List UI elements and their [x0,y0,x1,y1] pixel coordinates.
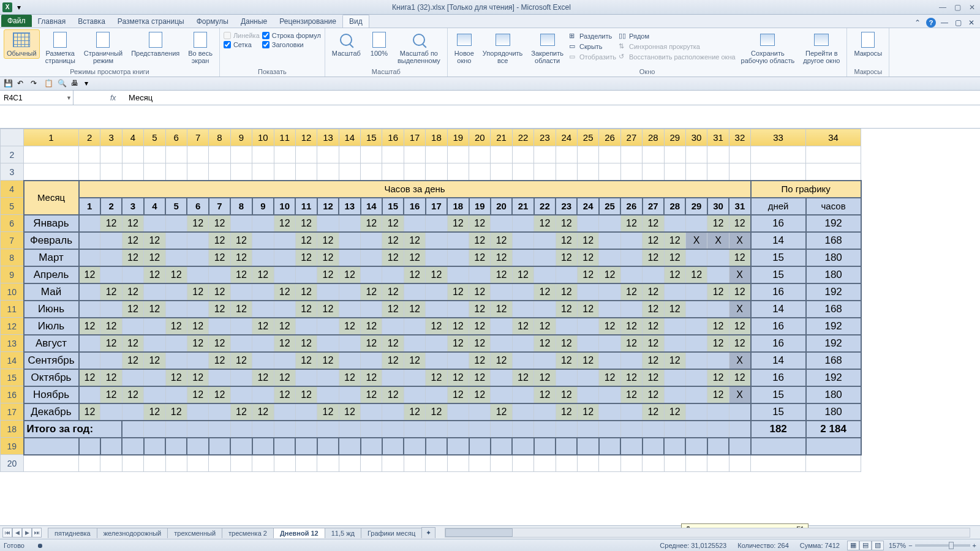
cell-day-value[interactable] [577,369,598,386]
cell-day-value[interactable] [426,386,447,403]
cell-day-value[interactable]: 12 [620,369,642,386]
cell-day-value[interactable] [79,335,100,352]
header-day[interactable]: 21 [512,198,533,215]
col-header[interactable]: 11 [274,129,295,146]
cell-day-value[interactable]: 12 [469,352,491,369]
name-box[interactable]: R4C1▼ [0,91,74,105]
cell-days-sum[interactable]: 14 [751,232,806,249]
cell-day-value[interactable] [317,318,339,335]
cell-day-value[interactable] [252,301,274,318]
cell-day-value[interactable] [100,403,122,421]
cell-day-value[interactable]: 12 [447,283,469,301]
row-header[interactable]: 19 [1,438,24,455]
cell[interactable] [404,438,425,455]
cell[interactable] [806,146,861,163]
cell-day-value[interactable]: 12 [144,352,165,369]
cell-day-value[interactable] [252,283,274,301]
cell-day-value[interactable] [361,403,382,421]
cell-day-value[interactable]: 12 [187,335,208,352]
cell-day-value[interactable] [317,386,339,403]
cell-day-value[interactable]: 12 [339,403,360,421]
cell[interactable] [469,455,491,472]
cell-day-value[interactable] [620,266,642,283]
cell-day-value[interactable]: 12 [295,335,317,352]
cell-day-value[interactable] [599,232,620,249]
cell-day-value[interactable]: 12 [556,301,577,318]
cell-day-value[interactable]: 12 [534,215,556,232]
cell[interactable] [620,146,642,163]
row-header[interactable]: 3 [1,163,24,181]
cell-day-value[interactable] [426,301,447,318]
cell-day-value[interactable]: 12 [317,352,339,369]
cell[interactable] [230,438,252,455]
redo-icon[interactable]: ↷ [31,79,40,89]
cell-day-value[interactable] [79,249,100,266]
cell-day-value[interactable]: 12 [643,249,664,266]
cell[interactable] [382,421,404,438]
cell[interactable] [491,438,512,455]
cell-day-value[interactable]: 12 [426,369,447,386]
cell-month[interactable]: Март [24,249,79,266]
cell-day-value[interactable]: 12 [620,386,642,403]
cell[interactable] [534,163,556,181]
cell-day-value[interactable] [187,352,208,369]
zoom-selection-button[interactable]: Масштаб по выделенному [394,29,443,66]
cell-day-value[interactable] [274,301,295,318]
cell-day-value[interactable] [252,249,274,266]
cell-day-value[interactable] [404,215,425,232]
cell-day-value[interactable]: 12 [165,369,187,386]
cell-day-value[interactable]: X [729,266,750,283]
cell-day-value[interactable]: 12 [252,318,274,335]
cell[interactable] [447,455,469,472]
cell[interactable] [664,421,685,438]
cell-day-value[interactable] [187,403,208,421]
cell[interactable] [556,163,577,181]
cell-day-value[interactable] [230,318,252,335]
cell-day-value[interactable] [230,215,252,232]
cell[interactable] [806,438,861,455]
col-header[interactable]: 6 [165,129,187,146]
cell-day-value[interactable]: 12 [469,301,491,318]
select-all-corner[interactable] [1,129,24,146]
cell-day-value[interactable]: 12 [100,215,122,232]
cell-day-value[interactable]: 12 [577,403,598,421]
header-day[interactable]: 4 [144,198,165,215]
cell[interactable] [643,455,664,472]
cell-day-value[interactable]: 12 [707,318,729,335]
cell-day-value[interactable]: 12 [534,283,556,301]
cell[interactable] [252,455,274,472]
cell[interactable] [252,421,274,438]
cell-day-value[interactable]: 12 [79,369,100,386]
header-day[interactable]: 3 [122,198,143,215]
cell-day-value[interactable] [165,232,187,249]
cell[interactable] [24,455,79,472]
cell[interactable] [664,163,685,181]
cell-day-value[interactable] [469,403,491,421]
cell-day-value[interactable]: 12 [122,352,143,369]
cell[interactable] [599,163,620,181]
cell-day-value[interactable]: 12 [79,403,100,421]
cell-day-value[interactable] [165,352,187,369]
cell-day-value[interactable]: X [729,386,750,403]
cell-day-value[interactable] [707,266,729,283]
cell-day-value[interactable] [361,266,382,283]
save-workspace-button[interactable]: Сохранить рабочую область [738,29,798,66]
cell-day-value[interactable] [599,249,620,266]
row-header[interactable]: 11 [1,301,24,318]
col-header[interactable]: 2 [79,129,100,146]
cell-month[interactable]: Июль [24,318,79,335]
cell-day-value[interactable]: 12 [295,352,317,369]
col-header[interactable]: 28 [643,129,664,146]
cell-day-value[interactable] [599,335,620,352]
cell-day-value[interactable]: 12 [252,369,274,386]
cell-day-value[interactable]: 12 [491,301,512,318]
cell[interactable] [426,455,447,472]
cell-day-value[interactable] [100,266,122,283]
header-day[interactable]: 29 [685,198,707,215]
cell-day-value[interactable] [491,283,512,301]
cell-day-value[interactable] [620,249,642,266]
cell[interactable] [122,455,143,472]
cell-day-value[interactable] [252,215,274,232]
header-day[interactable]: 9 [252,198,274,215]
cell-day-value[interactable] [577,335,598,352]
